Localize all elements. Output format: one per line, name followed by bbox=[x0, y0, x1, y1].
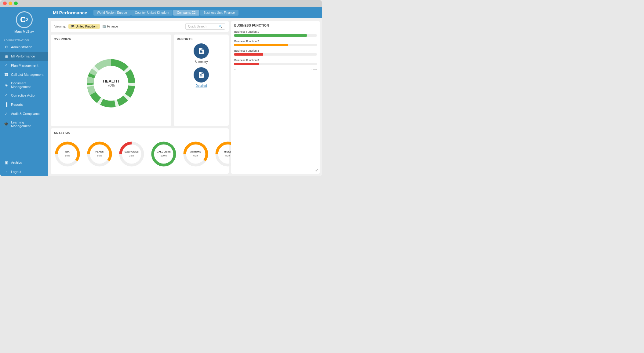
logout-icon: → bbox=[4, 169, 9, 174]
svg-text:100%: 100% bbox=[161, 154, 167, 157]
sidebar-logo: C2 Marc McStay bbox=[0, 7, 48, 36]
sidebar-section-label: Administration bbox=[0, 36, 48, 42]
sidebar-item-reports[interactable]: ▐ Reports bbox=[0, 100, 48, 109]
mini-donut-item: BIA 60% bbox=[54, 140, 81, 168]
bf-item: Business Function 2 bbox=[234, 40, 317, 46]
bf-item: Business Function 1 bbox=[234, 30, 317, 37]
svg-text:25%: 25% bbox=[129, 154, 134, 157]
mini-donut-item: CALL LISTS 100% bbox=[150, 140, 177, 168]
bf-item: Business Function 3 bbox=[234, 59, 317, 65]
viewing-label: Viewing: bbox=[54, 25, 66, 28]
sidebar-item-call-list[interactable]: ☎ Call List Management bbox=[0, 70, 48, 79]
report-item-summary[interactable]: Summary bbox=[177, 43, 226, 64]
health-pct: 70% bbox=[103, 83, 119, 88]
overview-title: OVERVIEW bbox=[54, 38, 168, 41]
bf-item: Business Function 3 bbox=[234, 49, 317, 56]
health-title: HEALTH bbox=[103, 79, 119, 83]
bf-item-name: Business Function 3 bbox=[234, 59, 317, 62]
sidebar-item-mi-performance[interactable]: ▦ MI Performance bbox=[0, 52, 48, 61]
reports-icon: ▐ bbox=[4, 102, 9, 107]
svg-text:PLANS: PLANS bbox=[95, 150, 104, 153]
gear-icon: ⚙ bbox=[4, 45, 9, 50]
svg-text:60%: 60% bbox=[193, 154, 198, 157]
building-icon: 🏢 bbox=[102, 25, 106, 28]
minimize-button[interactable] bbox=[9, 2, 12, 5]
sidebar-item-document[interactable]: ◈ Document Management bbox=[0, 79, 48, 91]
report-item-detailed[interactable]: Detailed bbox=[177, 67, 226, 87]
svg-text:EXERCISES: EXERCISES bbox=[125, 150, 139, 153]
mini-donut-svg: EXERCISES 25% bbox=[118, 140, 145, 168]
bf-bar-track bbox=[234, 44, 317, 46]
svg-text:RISKS: RISKS bbox=[224, 150, 232, 153]
bf-item-name: Business Function 3 bbox=[234, 49, 317, 52]
main-content: MI Performance World Region: Europe Coun… bbox=[48, 7, 322, 176]
svg-text:ACTIONS: ACTIONS bbox=[190, 150, 202, 153]
svg-text:50%: 50% bbox=[225, 154, 230, 157]
sidebar-item-learning[interactable]: 🎓 Learning Management bbox=[0, 118, 48, 130]
sidebar-item-corrective[interactable]: ✓ Corrective Action bbox=[0, 91, 48, 100]
sidebar-bottom: ▣ Archive → Logout bbox=[0, 158, 48, 176]
svg-text:CALL LISTS: CALL LISTS bbox=[157, 150, 171, 153]
mini-donut-item: ACTIONS 60% bbox=[182, 140, 209, 168]
sidebar-username: Marc McStay bbox=[14, 30, 34, 33]
breadcrumb-world-region[interactable]: World Region: Europe bbox=[93, 10, 131, 16]
overview-panel: OVERVIEW bbox=[51, 35, 171, 126]
mini-donut-svg: ACTIONS 60% bbox=[182, 140, 209, 168]
viewing-tag-uk[interactable]: 🏴 United Kingdom bbox=[68, 24, 100, 29]
window-chrome bbox=[0, 0, 322, 7]
bf-bar-fill bbox=[234, 34, 307, 37]
mini-donut-svg: BIA 60% bbox=[54, 140, 81, 168]
search-box[interactable]: Quick Search 🔍 bbox=[185, 23, 225, 30]
close-button[interactable] bbox=[3, 2, 7, 5]
flag-icon: 🏴 bbox=[71, 25, 75, 28]
maximize-button[interactable] bbox=[14, 2, 18, 5]
bf-bar-track bbox=[234, 53, 317, 56]
phone-icon: ☎ bbox=[4, 72, 9, 77]
svg-text:60%: 60% bbox=[65, 154, 70, 157]
mini-donut-container: PLANS 60% bbox=[86, 140, 113, 168]
bf-title: BUSINESS FUNCTION bbox=[234, 24, 317, 27]
donut-label: HEALTH 70% bbox=[103, 79, 119, 88]
search-icon: 🔍 bbox=[219, 25, 222, 28]
search-placeholder: Quick Search bbox=[188, 25, 206, 28]
logo: C2 bbox=[16, 11, 33, 28]
bf-bar-fill bbox=[234, 44, 288, 46]
breadcrumb-business-unit[interactable]: Business Unit: Finance bbox=[200, 10, 238, 16]
analysis-charts: BIA 60% PLANS 60% EXERCISES 25% bbox=[54, 137, 226, 171]
audit-icon: ✓ bbox=[4, 111, 9, 116]
content-area: Viewing: 🏴 United Kingdom 🏢 Finance Quic… bbox=[48, 18, 322, 176]
left-panel: Viewing: 🏴 United Kingdom 🏢 Finance Quic… bbox=[51, 21, 229, 174]
bf-item-name: Business Function 2 bbox=[234, 40, 317, 43]
report-summary-icon bbox=[194, 43, 209, 59]
mini-donut-container: CALL LISTS 100% bbox=[150, 140, 177, 168]
breadcrumb-country[interactable]: Country: United Kingdom bbox=[131, 10, 173, 16]
sidebar-item-logout[interactable]: → Logout bbox=[0, 167, 48, 176]
svg-point-16 bbox=[153, 143, 175, 165]
expand-button[interactable]: ⤢ bbox=[315, 168, 318, 172]
archive-icon: ▣ bbox=[4, 160, 9, 165]
report-detailed-label[interactable]: Detailed bbox=[196, 84, 207, 87]
mini-donut-svg: CALL LISTS 100% bbox=[150, 140, 177, 168]
bf-items: Business Function 1 Business Function 2 … bbox=[234, 30, 317, 65]
sidebar-item-administration[interactable]: ⚙ Administration bbox=[0, 42, 48, 52]
mini-donut-svg: PLANS 60% bbox=[86, 140, 113, 168]
sidebar: C2 Marc McStay Administration ⚙ Administ… bbox=[0, 7, 48, 176]
mini-donut-container: ACTIONS 60% bbox=[182, 140, 209, 168]
sidebar-item-plan-management[interactable]: ✓ Plan Management bbox=[0, 61, 48, 70]
app: C2 Marc McStay Administration ⚙ Administ… bbox=[0, 7, 322, 176]
bf-bar-fill bbox=[234, 63, 259, 65]
breadcrumb-company[interactable]: Company: C2 bbox=[173, 10, 199, 16]
viewing-tag-finance[interactable]: 🏢 Finance bbox=[102, 25, 118, 28]
mini-donut-item: PLANS 60% bbox=[86, 140, 113, 168]
sidebar-item-archive[interactable]: ▣ Archive bbox=[0, 158, 48, 167]
analysis-title: ANALYSIS bbox=[54, 131, 226, 135]
topbar: MI Performance World Region: Europe Coun… bbox=[48, 7, 322, 18]
viewing-bar: Viewing: 🏴 United Kingdom 🏢 Finance Quic… bbox=[51, 21, 229, 32]
mini-donut-container: BIA 60% bbox=[54, 140, 81, 168]
mini-donut-container: EXERCISES 25% bbox=[118, 140, 145, 168]
report-detailed-icon bbox=[194, 67, 209, 83]
plan-icon: ✓ bbox=[4, 63, 9, 68]
corrective-icon: ✓ bbox=[4, 93, 9, 98]
sidebar-item-audit[interactable]: ✓ Audit & Compliance bbox=[0, 109, 48, 118]
bf-axis: 0 100% bbox=[234, 68, 317, 71]
